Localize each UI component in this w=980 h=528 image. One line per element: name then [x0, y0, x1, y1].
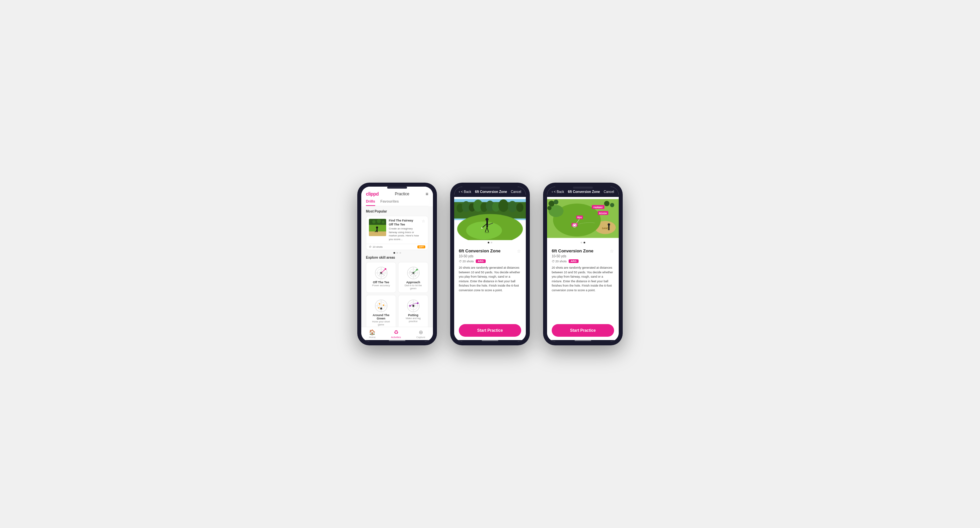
drill-yardage: 10-50 yds [459, 254, 521, 258]
back-button-3[interactable]: ‹ < Back [552, 190, 564, 194]
skill-card-putting[interactable]: Putting Make and lag practice [398, 295, 428, 327]
svg-point-4 [382, 221, 385, 223]
nav-activities[interactable]: ♻ Activities [391, 329, 401, 339]
skill-card-approach[interactable]: Approach Dial-in to hit the green [398, 262, 428, 293]
favourite-star-icon-3[interactable]: ☆ [610, 249, 614, 254]
nav-capture[interactable]: ⊕ Capture [416, 329, 425, 339]
clippd-logo: clippd [366, 191, 379, 196]
drill-image-map: FAIRWAY ROUGH Hit Miss [547, 197, 619, 240]
skill-desc-atg: Hone your short game [369, 320, 393, 326]
svg-point-44 [412, 305, 414, 307]
svg-point-68 [485, 232, 489, 233]
phone-3-screen: ‹ < Back 6ft Conversion Zone Cancel [547, 187, 619, 341]
svg-point-76 [604, 201, 609, 206]
phone3-header: ‹ < Back 6ft Conversion Zone Cancel [547, 187, 619, 197]
topbar: clippd Practice ≡ [366, 191, 428, 196]
drill-info: Find The Fairway Off The Tee Create an i… [389, 219, 425, 241]
drill-tag-arg: ARG [476, 259, 486, 263]
start-practice-button-3[interactable]: Start Practice [552, 324, 614, 337]
cancel-button[interactable]: Cancel [511, 190, 521, 194]
img-dot-2 [491, 242, 492, 243]
svg-line-28 [410, 273, 414, 276]
drill-description: Create an imaginary fairway using trees … [389, 227, 422, 241]
clock-icon: ⏱ [369, 246, 372, 249]
skill-desc-ott: Power accuracy [372, 284, 390, 287]
svg-text:FAIRWAY: FAIRWAY [593, 206, 603, 209]
drill-image-photo [454, 197, 526, 240]
golf-course-svg [369, 219, 386, 236]
svg-point-62 [486, 218, 489, 221]
drill-text: Find The Fairway Off The Tee Create an i… [389, 219, 422, 241]
cancel-button-3[interactable]: Cancel [604, 190, 614, 194]
svg-point-77 [610, 203, 614, 207]
svg-point-2 [372, 220, 375, 223]
phone1-header: clippd Practice ≡ Drills Favourites [361, 187, 433, 206]
dot-3 [399, 252, 401, 254]
favourite-star-icon[interactable]: ☆ [422, 219, 425, 223]
drill-footer: ⏱ 10 shots OTT [366, 244, 428, 250]
svg-point-3 [377, 219, 381, 223]
drill-meta: ⏱ 20 shots ARG [459, 259, 521, 263]
start-practice-button[interactable]: Start Practice [459, 324, 521, 337]
svg-point-38 [378, 307, 380, 308]
svg-point-67 [481, 228, 483, 229]
chevron-left-icon-3: ‹ [552, 190, 553, 194]
phone1-content: Most Popular [361, 206, 433, 327]
nav-home[interactable]: 🏠 Home [369, 329, 375, 339]
back-label-3: < Back [554, 190, 564, 194]
phone3-footer: Start Practice [547, 321, 619, 340]
drill-subtitle: Off The Tee [389, 223, 422, 227]
home-bar [389, 340, 406, 341]
drill-tag-arg-3: ARG [569, 259, 579, 263]
drill-thumbnail [369, 219, 386, 236]
approach-icon [405, 266, 422, 281]
spacer-3 [547, 296, 619, 321]
phone2-header-title: 6ft Conversion Zone [475, 190, 507, 194]
phone-1: clippd Practice ≡ Drills Favourites Most… [357, 183, 437, 345]
image-dots-3 [547, 240, 619, 245]
tabs: Drills Favourites [366, 199, 428, 206]
phone2-header: ‹ < Back 6ft Conversion Zone Cancel [454, 187, 526, 197]
around-green-icon [373, 298, 390, 313]
svg-text:SAND: SAND [602, 227, 608, 230]
clock-icon: ⏱ [459, 260, 462, 263]
favourite-star-icon[interactable]: ☆ [517, 249, 521, 254]
golf-course-photo-svg [454, 197, 526, 240]
tab-drills[interactable]: Drills [366, 199, 375, 206]
nav-capture-label: Capture [416, 336, 425, 339]
drill-main-title-3: 6ft Conversion Zone [552, 249, 593, 254]
drill-yardage-3: 10-50 yds [552, 254, 614, 258]
explore-title: Explore skill areas [366, 256, 428, 259]
chevron-left-icon: ‹ [459, 190, 460, 194]
golf-map-svg: FAIRWAY ROUGH Hit Miss [547, 197, 619, 240]
phone2-info: 6ft Conversion Zone ☆ 10-50 yds ⏱ 20 sho… [454, 245, 526, 296]
nav-activities-label: Activities [391, 336, 401, 339]
skill-desc-putting: Make and lag practice [401, 317, 425, 323]
hamburger-menu-icon[interactable]: ≡ [426, 191, 428, 196]
svg-text:Miss: Miss [577, 216, 582, 219]
putting-icon [405, 298, 422, 313]
golf-photo [454, 197, 526, 240]
carousel-dots [366, 252, 428, 254]
skill-card-off-the-tee[interactable]: Off The Tee Power accuracy [366, 262, 396, 293]
phone-2-screen: ‹ < Back 6ft Conversion Zone Cancel [454, 187, 526, 341]
nav-home-label: Home [369, 336, 375, 339]
phone3-info: 6ft Conversion Zone ☆ 10-50 yds ⏱ 20 sho… [547, 245, 619, 296]
svg-point-73 [549, 201, 555, 207]
back-button[interactable]: ‹ < Back [459, 190, 471, 194]
drill-card-find-fairway[interactable]: Find The Fairway Off The Tee Create an i… [366, 216, 428, 250]
skill-name-ott: Off The Tee [373, 281, 389, 284]
dot-2 [396, 252, 398, 254]
svg-point-7 [376, 227, 378, 228]
image-dots [454, 240, 526, 245]
back-label: < Back [461, 190, 471, 194]
tab-favourites[interactable]: Favourites [380, 199, 399, 206]
svg-point-57 [508, 201, 517, 212]
clock-icon-3: ⏱ [552, 260, 555, 263]
svg-point-83 [608, 223, 610, 225]
shots-info-3: ⏱ 20 shots [552, 260, 566, 263]
activities-icon: ♻ [394, 329, 398, 335]
svg-point-56 [498, 199, 509, 212]
drill-description-3: 20 shots are randomly generated at dista… [552, 266, 614, 293]
skill-card-around-green[interactable]: Around The Green Hone your short game [366, 295, 396, 327]
